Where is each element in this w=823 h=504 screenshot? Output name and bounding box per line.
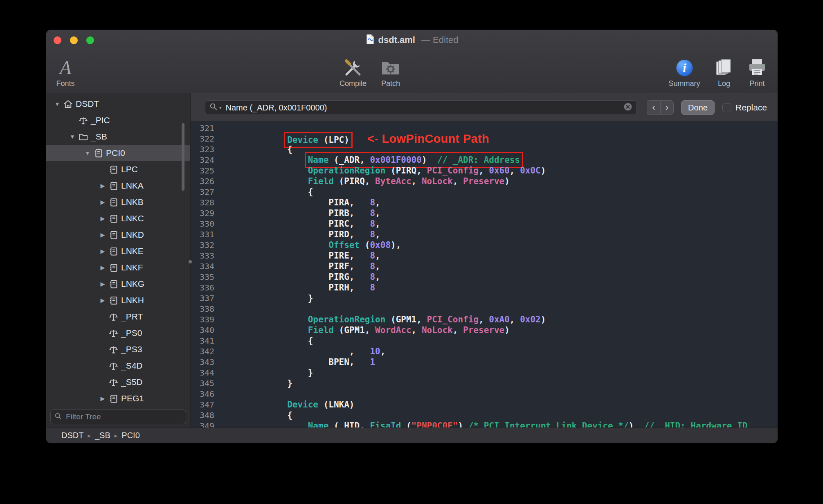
tree-item-_ps3[interactable]: _PS3 (46, 341, 190, 358)
code-line[interactable]: 326 Field (PIRQ, ByteAcc, NoLock, Preser… (191, 176, 778, 187)
breadcrumb-item-sb[interactable]: _SB (95, 431, 110, 440)
code-token: 0x02 (520, 315, 541, 324)
breadcrumb: DSDT ▸ _SB ▸ PCI0 (46, 428, 778, 443)
code-line[interactable]: 338 (191, 304, 778, 314)
code-line[interactable]: 335 PIRG, 8, (191, 272, 778, 282)
code-token: // _HID: Hardware ID (644, 421, 748, 428)
sidebar: ▼DSDT_PIC▼_SB▼PCI0LPC▶LNKA▶LNKB▶LNKC▶LNK… (46, 93, 191, 428)
code-line[interactable]: 342 , 10, (191, 346, 778, 357)
disclosure-triangle-icon[interactable]: ▼ (82, 150, 93, 156)
code-editor[interactable]: 321322 Device (LPC)<- LowPinCount Path32… (191, 121, 778, 428)
tree-item-_pic[interactable]: _PIC (46, 112, 190, 128)
code-line[interactable]: 339 OperationRegion (GPM1, PCI_Config, 0… (191, 314, 778, 325)
replace-checkbox[interactable] (722, 103, 731, 112)
minimize-button[interactable] (70, 36, 78, 44)
code-line[interactable]: 331 PIRD, 8, (191, 229, 778, 240)
splitter-handle[interactable] (189, 260, 192, 263)
tree-item-lnka[interactable]: ▶LNKA (46, 178, 190, 194)
code-line[interactable]: 324 Name (_ADR, 0x001F0000) // _ADR: Add… (191, 155, 778, 165)
code-text: BPEN, 1 (214, 357, 375, 367)
filter-tree-input[interactable] (65, 412, 182, 422)
code-line[interactable]: 332 Offset (0x08), (191, 240, 778, 250)
tree-item-_s5d[interactable]: _S5D (46, 374, 190, 390)
tree-item-_s4d[interactable]: _S4D (46, 358, 190, 374)
code-line[interactable]: 322 Device (LPC)<- LowPinCount Path (191, 133, 778, 144)
disclosure-triangle-icon[interactable]: ▶ (97, 199, 108, 205)
device-icon (108, 180, 121, 191)
tree-item-lnkf[interactable]: ▶LNKF (46, 259, 190, 276)
tree-item-lnkh[interactable]: ▶LNKH (46, 292, 190, 308)
compile-button[interactable]: Compile (340, 54, 367, 88)
summary-button[interactable]: i Summary (668, 54, 700, 88)
tree-item-_sb[interactable]: ▼_SB (46, 128, 190, 145)
tree-item-lnkc[interactable]: ▶LNKC (46, 210, 190, 227)
close-button[interactable] (54, 36, 61, 44)
patch-button[interactable]: Patch (380, 54, 402, 88)
code-line[interactable]: 346 (191, 389, 778, 399)
code-token: (GPM1, (385, 315, 427, 324)
line-number: 326 (191, 176, 214, 187)
tree-item-lnkb[interactable]: ▶LNKB (46, 194, 190, 210)
code-line[interactable]: 323 { (191, 144, 778, 155)
zoom-button[interactable] (86, 36, 94, 44)
code-line[interactable]: 325 OperationRegion (PIRQ, PCI_Config, 0… (191, 165, 778, 176)
disclosure-triangle-icon[interactable]: ▶ (97, 281, 108, 287)
code-area: 321322 Device (LPC)<- LowPinCount Path32… (191, 123, 778, 428)
log-button[interactable]: Log (713, 54, 735, 88)
sidebar-scrollbar[interactable] (182, 123, 184, 191)
tree-item-pci0[interactable]: ▼PCI0 (46, 145, 190, 161)
code-text: Field (PIRQ, ByteAcc, NoLock, Preserve) (214, 176, 510, 187)
tree-item-lnkd[interactable]: ▶LNKD (46, 227, 190, 243)
disclosure-triangle-icon[interactable]: ▶ (97, 182, 108, 189)
tree-item-lnke[interactable]: ▶LNKE (46, 243, 190, 259)
code-line[interactable]: 334 PIRF, 8, (191, 261, 778, 272)
disclosure-triangle-icon[interactable]: ▶ (97, 395, 108, 402)
breadcrumb-item-dsdt[interactable]: DSDT (61, 431, 83, 440)
code-token: Preserve (463, 325, 504, 335)
disclosure-triangle-icon[interactable]: ▶ (97, 215, 108, 222)
done-button[interactable]: Done (681, 100, 715, 115)
find-next-button[interactable]: › (660, 100, 674, 115)
code-line[interactable]: 330 PIRC, 8, (191, 218, 778, 229)
code-line[interactable]: 344 } (191, 367, 778, 378)
filter-tree-field[interactable] (50, 410, 186, 424)
search-input[interactable]: ▾ Name (_ADR, 0x001F0000) (205, 100, 637, 115)
search-icon (209, 103, 218, 112)
tree-item-label: _PS0 (121, 328, 142, 338)
code-line[interactable]: 327 { (191, 187, 778, 197)
line-number: 345 (191, 378, 214, 389)
clear-search-icon[interactable] (623, 102, 632, 113)
tree-item-_ps0[interactable]: _PS0 (46, 325, 190, 341)
code-line[interactable]: 329 PIRB, 8, (191, 208, 778, 218)
code-token: 8 (370, 230, 375, 239)
code-line[interactable]: 347 Device (LNKA) (191, 399, 778, 410)
disclosure-triangle-icon[interactable]: ▶ (97, 232, 108, 238)
disclosure-triangle-icon[interactable]: ▶ (97, 248, 108, 254)
code-line[interactable]: 328 PIRA, 8, (191, 197, 778, 208)
tree-item-_prt[interactable]: _PRT (46, 308, 190, 325)
log-icon (713, 54, 735, 78)
tree-item-dsdt[interactable]: ▼DSDT (46, 96, 190, 112)
code-line[interactable]: 348 { (191, 410, 778, 421)
code-line[interactable]: 340 Field (GPM1, WordAcc, NoLock, Preser… (191, 325, 778, 335)
code-line[interactable]: 349 Name (_HID, EisaId ("PNP0C0F") /* PC… (191, 421, 778, 428)
code-line[interactable]: 341 { (191, 335, 778, 346)
fonts-button[interactable]: A Fonts (55, 54, 76, 88)
find-previous-button[interactable]: ‹ (647, 100, 660, 115)
code-line[interactable]: 345 } (191, 378, 778, 389)
disclosure-triangle-icon[interactable]: ▶ (97, 297, 108, 304)
tree-item-lpc[interactable]: LPC (46, 161, 190, 178)
method-icon (108, 360, 121, 371)
disclosure-triangle-icon[interactable]: ▼ (52, 101, 63, 107)
tree-item-peg1[interactable]: ▶PEG1 (46, 390, 190, 407)
disclosure-triangle-icon[interactable]: ▼ (67, 133, 78, 140)
print-button[interactable]: Print (747, 54, 768, 88)
tree-item-lnkg[interactable]: ▶LNKG (46, 276, 190, 292)
code-line[interactable]: 333 PIRE, 8, (191, 250, 778, 261)
code-line[interactable]: 336 PIRH, 8 (191, 282, 778, 293)
disclosure-triangle-icon[interactable]: ▶ (97, 264, 108, 271)
code-text: PIRB, 8, (214, 208, 380, 218)
code-line[interactable]: 337 } (191, 293, 778, 304)
code-line[interactable]: 343 BPEN, 1 (191, 357, 778, 367)
breadcrumb-item-pci0[interactable]: PCI0 (121, 431, 139, 440)
